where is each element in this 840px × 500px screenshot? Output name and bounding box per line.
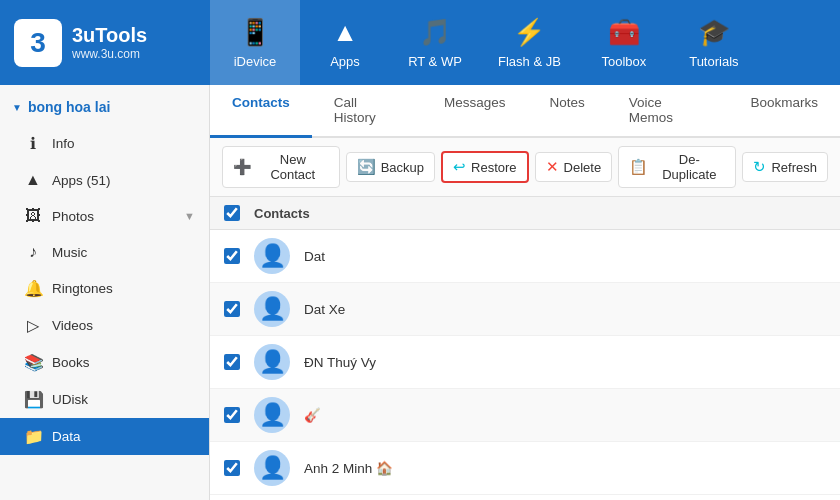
contact-name-3: ĐN Thuý Vy (304, 355, 376, 370)
select-all-checkbox[interactable] (224, 205, 240, 221)
tab-notes[interactable]: Notes (527, 85, 606, 138)
sidebar-apps-label: Apps (51) (52, 173, 111, 188)
sidebar-ringtones-label: Ringtones (52, 281, 113, 296)
delete-label: Delete (564, 160, 602, 175)
deduplicate-button[interactable]: 📋 De-Duplicate (618, 146, 736, 188)
restore-button[interactable]: ↩ Restore (441, 151, 529, 183)
sidebar-udisk-label: UDisk (52, 392, 88, 407)
books-icon: 📚 (24, 353, 42, 372)
deduplicate-icon: 📋 (629, 158, 648, 176)
logo-text: 3uTools www.3u.com (72, 24, 147, 61)
sidebar-item-udisk[interactable]: 💾 UDisk (0, 381, 209, 418)
tab-voicememos[interactable]: Voice Memos (607, 85, 729, 138)
data-icon: 📁 (24, 427, 42, 446)
table-row[interactable]: 👤 🎸 (210, 389, 840, 442)
tab-callhistory[interactable]: Call History (312, 85, 422, 138)
tab-bookmarks[interactable]: Bookmarks (728, 85, 840, 138)
sidebar-item-ringtones[interactable]: 🔔 Ringtones (0, 270, 209, 307)
nav-apps-label: Apps (330, 54, 360, 69)
sidebar-info-label: Info (52, 136, 75, 151)
contacts-table: Contacts 👤 Dat 👤 Dat Xe 👤 ĐN Thuý Vy 👤 (210, 197, 840, 500)
sidebar-data-label: Data (52, 429, 81, 444)
table-row[interactable]: 👤 Dat Xe (210, 283, 840, 336)
device-name: bong hoa lai (28, 99, 110, 115)
contact-checkbox-4[interactable] (224, 407, 240, 423)
refresh-button[interactable]: ↻ Refresh (742, 152, 828, 182)
avatar: 👤 (254, 344, 290, 380)
sidebar-item-data[interactable]: 📁 Data (0, 418, 209, 455)
contact-checkbox-5[interactable] (224, 460, 240, 476)
info-icon: ℹ (24, 134, 42, 153)
delete-button[interactable]: ✕ Delete (535, 152, 613, 182)
deduplicate-label: De-Duplicate (653, 152, 725, 182)
nav-tutorials-label: Tutorials (689, 54, 738, 69)
sidebar-item-info[interactable]: ℹ Info (0, 125, 209, 162)
new-contact-button[interactable]: ➕ New Contact (222, 146, 340, 188)
content-area: Contacts Call History Messages Notes Voi… (210, 85, 840, 500)
backup-label: Backup (381, 160, 424, 175)
device-arrow-icon: ▼ (12, 102, 22, 113)
nav-tutorials[interactable]: 🎓 Tutorials (669, 0, 759, 85)
table-header: Contacts (210, 197, 840, 230)
sidebar-item-books[interactable]: 📚 Books (0, 344, 209, 381)
sidebar-item-photos[interactable]: 🖼 Photos ▼ (0, 198, 209, 234)
sidebar-videos-label: Videos (52, 318, 93, 333)
backup-button[interactable]: 🔄 Backup (346, 152, 435, 182)
nav-idevice[interactable]: 📱 iDevice (210, 0, 300, 85)
brand-site: www.3u.com (72, 47, 147, 61)
sidebar-item-videos[interactable]: ▷ Videos (0, 307, 209, 344)
avatar: 👤 (254, 397, 290, 433)
refresh-icon: ↻ (753, 158, 766, 176)
tab-messages[interactable]: Messages (422, 85, 528, 138)
tutorials-icon: 🎓 (698, 17, 730, 48)
flashjb-icon: ⚡ (513, 17, 545, 48)
backup-icon: 🔄 (357, 158, 376, 176)
logo-area: 3 3uTools www.3u.com (0, 19, 210, 67)
tab-contacts[interactable]: Contacts (210, 85, 312, 138)
contact-checkbox-1[interactable] (224, 248, 240, 264)
table-row[interactable]: 👤 ĐN Thuý Vy (210, 336, 840, 389)
videos-icon: ▷ (24, 316, 42, 335)
new-contact-label: New Contact (257, 152, 329, 182)
nav-toolbox[interactable]: 🧰 Toolbox (579, 0, 669, 85)
restore-icon: ↩ (453, 158, 466, 176)
delete-icon: ✕ (546, 158, 559, 176)
nav-flashjb[interactable]: ⚡ Flash & JB (480, 0, 579, 85)
idevice-icon: 📱 (239, 17, 271, 48)
sidebar: ▼ bong hoa lai ℹ Info ▲ Apps (51) 🖼 Phot… (0, 85, 210, 500)
nav-toolbox-label: Toolbox (601, 54, 646, 69)
photos-icon: 🖼 (24, 207, 42, 225)
sidebar-books-label: Books (52, 355, 90, 370)
contact-checkbox-2[interactable] (224, 301, 240, 317)
contact-checkbox-3[interactable] (224, 354, 240, 370)
apps-icon: ▲ (332, 17, 358, 48)
main-area: ▼ bong hoa lai ℹ Info ▲ Apps (51) 🖼 Phot… (0, 85, 840, 500)
apps-sidebar-icon: ▲ (24, 171, 42, 189)
logo-icon: 3 (14, 19, 62, 67)
udisk-icon: 💾 (24, 390, 42, 409)
device-header[interactable]: ▼ bong hoa lai (0, 89, 209, 125)
restore-label: Restore (471, 160, 517, 175)
refresh-label: Refresh (771, 160, 817, 175)
toolbar: ➕ New Contact 🔄 Backup ↩ Restore ✕ Delet… (210, 138, 840, 197)
ringtones-icon: 🔔 (24, 279, 42, 298)
sidebar-photos-label: Photos (52, 209, 94, 224)
table-row[interactable]: 👤 Dat (210, 230, 840, 283)
new-contact-icon: ➕ (233, 158, 252, 176)
contact-name-5: Anh 2 Minh 🏠 (304, 460, 393, 476)
brand-name: 3uTools (72, 24, 147, 47)
nav-idevice-label: iDevice (234, 54, 277, 69)
sidebar-item-music[interactable]: ♪ Music (0, 234, 209, 270)
avatar: 👤 (254, 291, 290, 327)
toolbox-icon: 🧰 (608, 17, 640, 48)
nav-apps[interactable]: ▲ Apps (300, 0, 390, 85)
avatar: 👤 (254, 238, 290, 274)
photos-arrow-icon: ▼ (184, 210, 195, 222)
tabs-bar: Contacts Call History Messages Notes Voi… (210, 85, 840, 138)
sidebar-item-apps[interactable]: ▲ Apps (51) (0, 162, 209, 198)
avatar: 👤 (254, 450, 290, 486)
music-icon: ♪ (24, 243, 42, 261)
nav-rtwp[interactable]: 🎵 RT & WP (390, 0, 480, 85)
table-row[interactable]: 👤 Anh 2 Minh 🏠 (210, 442, 840, 495)
contact-name-4: 🎸 (304, 407, 321, 423)
